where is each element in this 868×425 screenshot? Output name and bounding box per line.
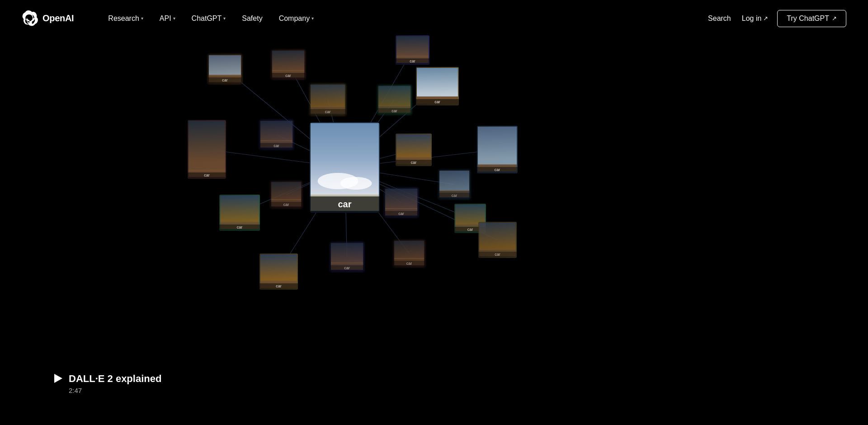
external-link-icon: ↗	[832, 15, 837, 22]
video-title: DALL·E 2 explained	[69, 372, 161, 386]
try-chatgpt-button[interactable]: Try ChatGPT ↗	[777, 10, 846, 27]
chevron-down-icon: ▾	[141, 16, 143, 21]
chevron-down-icon: ▾	[223, 16, 226, 21]
nav-item-chatgpt[interactable]: ChatGPT ▾	[184, 11, 233, 26]
nav-item-api[interactable]: API ▾	[152, 11, 183, 26]
play-icon	[54, 374, 62, 383]
chevron-down-icon: ▾	[173, 16, 175, 21]
nav-right: Search Log in ↗ Try ChatGPT ↗	[706, 10, 846, 27]
visualization-container	[0, 0, 868, 425]
nav-item-research[interactable]: Research ▾	[101, 11, 150, 26]
video-duration: 2:47	[69, 387, 161, 394]
video-info: DALL·E 2 explained 2:47	[69, 372, 161, 394]
arrow-icon: ↗	[763, 15, 768, 22]
openai-logo-icon	[22, 10, 38, 27]
search-button[interactable]: Search	[706, 11, 733, 26]
visualization-canvas	[0, 0, 868, 425]
logo[interactable]: OpenAI	[22, 10, 74, 27]
logo-text: OpenAI	[42, 13, 74, 24]
nav-item-company[interactable]: Company ▾	[272, 11, 321, 26]
nav-item-safety[interactable]: Safety	[235, 11, 269, 26]
nav-links: Research ▾ API ▾ ChatGPT ▾ Safety Compan…	[101, 11, 706, 26]
chevron-down-icon: ▾	[311, 16, 314, 21]
login-button[interactable]: Log in ↗	[742, 14, 769, 23]
navigation: OpenAI Research ▾ API ▾ ChatGPT ▾ Safety…	[0, 0, 868, 37]
video-label[interactable]: DALL·E 2 explained 2:47	[54, 372, 161, 394]
